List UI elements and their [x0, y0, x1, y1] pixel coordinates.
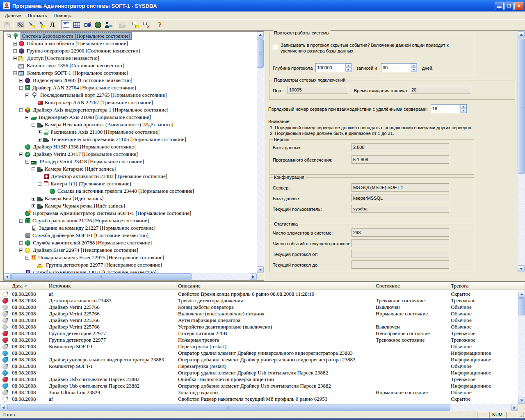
pattern-button[interactable]	[16, 20, 25, 30]
menu-item[interactable]: Помощь	[50, 12, 75, 19]
tree-horizontal-scrollbar[interactable]	[4, 273, 257, 280]
tree-item[interactable]: Видеосервер 20987 [Состояние неизвестно]	[5, 77, 257, 84]
tree-item[interactable]: IP кодер Verint 23418 [Нормальное состоя…	[5, 158, 257, 165]
spin-up-button[interactable]	[345, 64, 351, 68]
scroll-up-button[interactable]	[257, 32, 264, 39]
log-vertical-scrollbar[interactable]	[518, 291, 525, 404]
tree-item[interactable]: Группа операторов 22900 [Состояние неизв…	[5, 47, 257, 55]
tree-item[interactable]: Программа Администратор системы SOFT-1 […	[5, 210, 257, 217]
tree-item[interactable]: Служба расписания 21226 [Нормальное сост…	[5, 217, 257, 224]
expand-icon[interactable]	[13, 57, 17, 60]
column-header[interactable]: Состояние	[374, 282, 449, 290]
add-node-button[interactable]	[131, 20, 141, 30]
operator-button[interactable]	[104, 20, 114, 30]
tree-item[interactable]: Камера Черная речка [Идёт запись]	[5, 202, 257, 210]
expand-icon[interactable]	[32, 197, 35, 201]
scroll-down-button[interactable]	[518, 265, 525, 272]
scroll-thumb[interactable]	[11, 273, 192, 280]
server-number-value[interactable]: 18	[431, 105, 460, 113]
table-row[interactable]: 08.08.2008Детектор активности 23483Трево…	[0, 297, 518, 304]
tree-item[interactable]: Общий план объекта [Тревожное состояние]	[5, 40, 257, 47]
tree-vertical-scrollbar[interactable]	[257, 32, 264, 273]
status-button[interactable]	[93, 20, 103, 30]
collapse-icon[interactable]	[19, 86, 23, 90]
help-button[interactable]	[155, 20, 165, 30]
table-row[interactable]: 08.08.2008Компьютер SOFT-1Перезагрузка (…	[0, 343, 518, 350]
table-row[interactable]: 08.08.2008Оператор удалил элемент Драйве…	[0, 350, 518, 356]
expand-icon[interactable]	[38, 130, 41, 134]
column-header[interactable]: Описание	[176, 282, 374, 290]
delete-node-button[interactable]	[142, 20, 151, 30]
tree-item[interactable]: Компьютер SOFT-1 [Нормальное состояние]	[5, 69, 257, 77]
scroll-right-button[interactable]	[511, 404, 518, 411]
log-horizontal-scrollbar[interactable]	[0, 404, 518, 411]
scroll-right-button[interactable]	[250, 273, 257, 280]
collapse-icon[interactable]	[25, 116, 29, 119]
spin-down-button[interactable]	[345, 68, 351, 72]
tree-item[interactable]: Драйвер Verint 23417 [Нормальное состоян…	[5, 151, 257, 158]
depth-value[interactable]: 100000	[316, 64, 345, 72]
table-row[interactable]: 08.08.2008Компьютер SOFT-1Перезагрузка (…	[0, 363, 518, 370]
scroll-thumb[interactable]	[7, 404, 450, 411]
tree-item[interactable]: Телеметрический приемник 21105 [Нормальн…	[5, 136, 257, 143]
scroll-down-button[interactable]	[518, 397, 525, 404]
table-row[interactable]: 08.08.2008Драйвер Verint 225766Включение…	[0, 310, 518, 317]
table-row[interactable]: 08.08.2008Драйвер Verint 225766Устройств…	[0, 324, 518, 330]
tree-item[interactable]: Последовательный порт 22765 [Нормальное …	[5, 91, 257, 99]
tree-item[interactable]: Камера Катарсис [Идёт запись]	[5, 165, 257, 173]
spin-down-button[interactable]	[461, 109, 466, 113]
scroll-left-button[interactable]	[4, 273, 11, 280]
tree-item[interactable]: Драйвер HASP 1338 [Нормальное состояние]	[5, 143, 257, 151]
close-button[interactable]: ✕	[514, 2, 523, 10]
expand-icon[interactable]	[19, 241, 23, 245]
collapse-icon[interactable]	[19, 219, 23, 223]
days-value[interactable]: 30	[381, 64, 411, 72]
tree-item[interactable]: Драйвер Axis видеорегистратора 1 [Нормал…	[5, 106, 257, 114]
tree-item[interactable]: Ссылка на источник тревоги 23440 [Нормал…	[5, 187, 257, 195]
assign-up-button[interactable]	[37, 20, 47, 30]
spin-down-button[interactable]	[411, 68, 417, 72]
restore-button[interactable]: ❐	[504, 2, 514, 10]
table-row[interactable]: 08.08.2008Группа детекторов 22977Потеря …	[0, 330, 518, 337]
table-row[interactable]: 08.08.2008Драйвер Usb считывателя Парсек…	[0, 383, 518, 389]
tree-item[interactable]: Пожарная панель Esser 22975 [Неисправное…	[5, 254, 257, 261]
table-row[interactable]: 08.08.2008afСвойство Время конца профиль…	[0, 291, 518, 297]
tree-item[interactable]: Камера 1(1) [Тревожное состояние]	[5, 180, 257, 187]
tree-item[interactable]: Драйвер AAN 22764 [Нормальное состояние]	[5, 84, 257, 91]
scroll-thumb[interactable]	[518, 39, 525, 174]
expand-icon[interactable]	[32, 204, 35, 208]
tree-item[interactable]: Драйвер Esser 22974 [Неисправное состоян…	[5, 247, 257, 254]
find-button[interactable]	[82, 20, 92, 30]
scroll-thumb[interactable]	[257, 39, 264, 68]
expand-icon[interactable]	[13, 42, 17, 46]
tree-item[interactable]: Детектор активности 23483 [Тревожное сос…	[5, 173, 257, 180]
table-row[interactable]: 08.08.2008afСвойство Размер накопителя т…	[0, 396, 518, 402]
tree-item[interactable]: Группа детекторов 22977 [Неисправное сос…	[5, 261, 257, 269]
spin-up-button[interactable]	[411, 64, 417, 68]
collapse-icon[interactable]	[19, 108, 23, 112]
collapse-icon[interactable]	[25, 94, 29, 97]
tree-item[interactable]: Служба драйверов SOFT-1 [Состояние неизв…	[5, 232, 257, 239]
waveform-button[interactable]	[48, 20, 57, 30]
tree-item[interactable]: Служба накопителей 20788 [Нормальное сос…	[5, 239, 257, 247]
collapse-icon[interactable]	[32, 167, 35, 171]
expand-icon[interactable]	[38, 138, 41, 142]
table-row[interactable]: 08.08.2008Драйвер Verint 225766Конец раб…	[0, 304, 518, 310]
table-row[interactable]: 08.08.2008Драйвер Usb считывателя Парсек…	[0, 376, 518, 383]
scroll-up-button[interactable]	[518, 291, 525, 298]
collapse-icon[interactable]	[38, 182, 41, 186]
tree-item[interactable]: Доступ [Состояние неизвестно]	[5, 55, 257, 62]
minimize-button[interactable]: ▬	[495, 2, 504, 10]
table-view-button[interactable]	[72, 20, 82, 30]
collapse-icon[interactable]	[25, 160, 29, 164]
tree-item[interactable]: Система Безопасности [Нормальное состоян…	[5, 32, 257, 40]
menu-item[interactable]: Показать	[25, 12, 50, 19]
column-header[interactable]: Дата >	[10, 282, 47, 290]
table-row[interactable]: 08.08.2008Зона Ultima Lon 23829Зона под …	[0, 389, 518, 396]
collapse-icon[interactable]	[32, 123, 35, 127]
expand-icon[interactable]	[19, 79, 23, 82]
expand-icon[interactable]	[13, 49, 17, 53]
scroll-down-button[interactable]	[257, 266, 264, 273]
assign-down-button[interactable]	[26, 20, 36, 30]
collapse-icon[interactable]	[25, 256, 29, 260]
